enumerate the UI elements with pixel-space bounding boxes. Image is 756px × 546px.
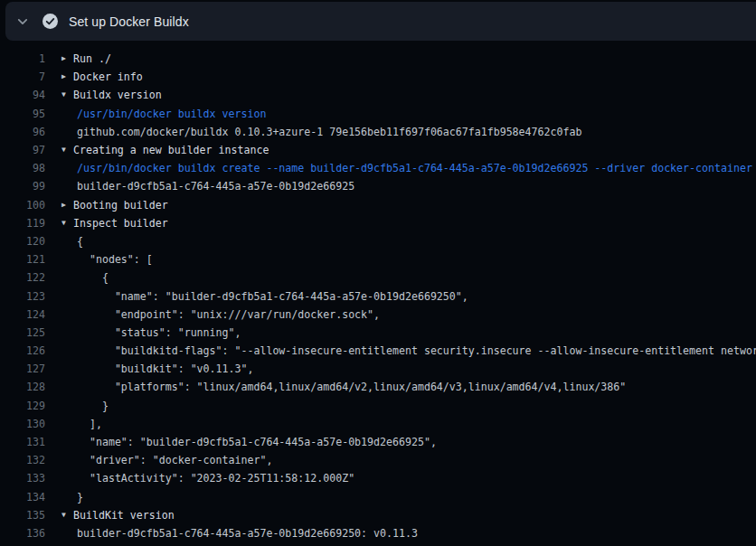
line-number[interactable]: 131: [0, 436, 45, 448]
step-header[interactable]: Set up Docker Buildx: [5, 2, 756, 41]
group-arrow-icon: ▶: [61, 55, 73, 62]
chevron-down-icon[interactable]: [14, 14, 31, 30]
log-text: builder-d9cfb5a1-c764-445a-a57e-0b19d2e6…: [77, 180, 354, 193]
log-viewer: 1 ▶ Run ./ 7 ▶ Docker info 94 ▼ Buildx v…: [0, 41, 756, 542]
line-number[interactable]: 7: [0, 71, 45, 83]
log-group-line[interactable]: 119 ▼ Inspect builder: [0, 214, 756, 232]
log-text: builder-d9cfb5a1-c764-445a-a57e-0b19d2e6…: [77, 527, 418, 540]
line-number[interactable]: 125: [0, 326, 45, 339]
line-number[interactable]: 130: [0, 418, 45, 430]
log-group-line[interactable]: 94 ▼ Buildx version: [0, 86, 756, 104]
line-number[interactable]: 97: [0, 144, 45, 156]
group-title[interactable]: Creating a new builder instance: [73, 144, 269, 156]
line-number[interactable]: 98: [0, 162, 45, 174]
log-text: "lastActivity": "2023-02-25T11:58:12.000…: [77, 472, 354, 485]
log-line: 134 }: [0, 488, 756, 506]
line-number[interactable]: 94: [0, 89, 45, 101]
group-arrow-icon: ▼: [61, 512, 73, 519]
line-number[interactable]: 127: [0, 362, 45, 375]
log-line: 131 "name": "builder-d9cfb5a1-c764-445a-…: [0, 433, 756, 451]
line-number[interactable]: 96: [0, 126, 45, 138]
line-number[interactable]: 122: [0, 271, 45, 284]
log-line: 132 "driver": "docker-container",: [0, 451, 756, 469]
log-text: github.com/docker/buildx 0.10.3+azure-1 …: [77, 126, 581, 138]
log-group-line[interactable]: 7 ▶ Docker info: [0, 68, 756, 86]
line-number[interactable]: 134: [0, 491, 45, 504]
line-number[interactable]: 135: [0, 509, 45, 522]
log-text: }: [77, 491, 83, 504]
log-text: "buildkitd-flags": "--allow-insecure-ent…: [77, 344, 756, 357]
log-line: 121 "nodes": [: [0, 250, 756, 268]
log-line: 127 "buildkit": "v0.11.3",: [0, 360, 756, 378]
log-text: /usr/bin/docker buildx create --name bui…: [77, 162, 752, 174]
group-arrow-icon: ▼: [61, 220, 73, 227]
line-number[interactable]: 132: [0, 454, 45, 466]
line-number[interactable]: 100: [0, 199, 45, 212]
group-arrow-icon: ▼: [61, 91, 73, 99]
line-number[interactable]: 124: [0, 308, 45, 321]
log-line: 123 "name": "builder-d9cfb5a1-c764-445a-…: [0, 287, 756, 305]
line-number[interactable]: 121: [0, 253, 45, 266]
group-title[interactable]: Run ./: [73, 52, 111, 65]
log-line: 130 ],: [0, 415, 756, 433]
log-text: "name": "builder-d9cfb5a1-c764-445a-a57e…: [77, 436, 437, 448]
log-text: "driver": "docker-container",: [77, 454, 272, 466]
group-arrow-icon: ▶: [61, 73, 73, 80]
line-number[interactable]: 95: [0, 108, 45, 120]
line-number[interactable]: 99: [0, 180, 45, 193]
log-text: "status": "running",: [77, 326, 241, 339]
line-number[interactable]: 129: [0, 400, 45, 412]
log-line: 136 builder-d9cfb5a1-c764-445a-a57e-0b19…: [0, 524, 756, 542]
log-text: ],: [77, 418, 102, 430]
log-line: 129 }: [0, 397, 756, 415]
log-line: 125 "status": "running",: [0, 324, 756, 342]
log-group-line[interactable]: 1 ▶ Run ./: [0, 50, 756, 68]
line-number[interactable]: 128: [0, 381, 45, 393]
log-text: "nodes": [: [77, 253, 153, 266]
log-text: }: [77, 400, 109, 412]
step-title: Set up Docker Buildx: [69, 14, 189, 29]
line-number[interactable]: 120: [0, 235, 45, 248]
log-group-line[interactable]: 97 ▼ Creating a new builder instance: [0, 141, 756, 159]
line-number[interactable]: 126: [0, 344, 45, 357]
log-text: {: [77, 271, 109, 284]
log-line: 96 github.com/docker/buildx 0.10.3+azure…: [0, 123, 756, 141]
group-arrow-icon: ▼: [61, 146, 73, 154]
group-title[interactable]: Buildx version: [73, 89, 162, 101]
log-line: 126 "buildkitd-flags": "--allow-insecure…: [0, 342, 756, 360]
line-number[interactable]: 133: [0, 472, 45, 485]
line-number[interactable]: 123: [0, 290, 45, 303]
line-number[interactable]: 119: [0, 217, 45, 230]
log-text: "endpoint": "unix:///var/run/docker.sock…: [77, 308, 380, 321]
log-group-line[interactable]: 100 ▶ Booting builder: [0, 196, 756, 214]
log-line: 128 "platforms": "linux/amd64,linux/amd6…: [0, 378, 756, 396]
log-text: "name": "builder-d9cfb5a1-c764-445a-a57e…: [77, 290, 468, 303]
log-line: 99 builder-d9cfb5a1-c764-445a-a57e-0b19d…: [0, 177, 756, 195]
group-title[interactable]: Booting builder: [73, 199, 168, 212]
group-arrow-icon: ▶: [61, 202, 73, 209]
group-title[interactable]: Inspect builder: [73, 217, 168, 230]
check-circle-icon: [42, 14, 58, 30]
line-number[interactable]: 1: [0, 52, 45, 65]
log-line: 120 {: [0, 232, 756, 250]
log-text: "platforms": "linux/amd64,linux/amd64/v2…: [77, 381, 626, 393]
group-title[interactable]: Docker info: [73, 71, 143, 83]
log-line: 95 /usr/bin/docker buildx version: [0, 105, 756, 123]
log-line: 122 {: [0, 268, 756, 287]
log-line: 98 /usr/bin/docker buildx create --name …: [0, 159, 756, 177]
log-text: {: [77, 235, 83, 248]
log-text: "buildkit": "v0.11.3",: [77, 362, 253, 375]
log-group-line[interactable]: 135 ▼ BuildKit version: [0, 506, 756, 524]
log-line: 133 "lastActivity": "2023-02-25T11:58:12…: [0, 469, 756, 487]
log-text: /usr/bin/docker buildx version: [77, 108, 266, 120]
log-line: 124 "endpoint": "unix:///var/run/docker.…: [0, 306, 756, 324]
line-number[interactable]: 136: [0, 527, 45, 540]
group-title[interactable]: BuildKit version: [73, 509, 175, 522]
